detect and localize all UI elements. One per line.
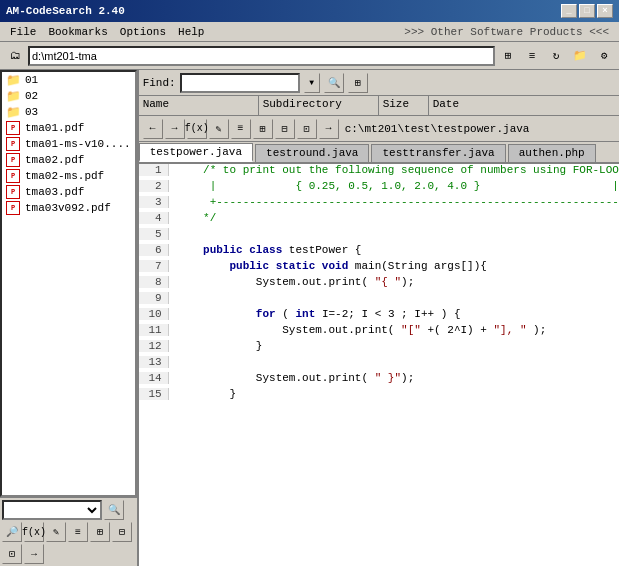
line-number: 6 xyxy=(139,244,169,256)
menu-bookmarks[interactable]: Bookmarks xyxy=(42,24,113,40)
tab-testtransfer[interactable]: testtransfer.java xyxy=(371,144,505,162)
code-editor[interactable]: 1 /* to print out the following sequence… xyxy=(139,164,619,566)
line-number: 13 xyxy=(139,356,169,368)
table-row: 9 xyxy=(139,292,619,308)
col-header-name[interactable]: Name xyxy=(139,96,259,115)
path-list-button[interactable]: ≡ xyxy=(231,119,251,139)
find-options-button[interactable]: ⊞ xyxy=(348,73,368,93)
find-label: Find: xyxy=(143,77,176,89)
line-number: 9 xyxy=(139,292,169,304)
function-button[interactable]: f(x) xyxy=(24,522,44,542)
list-item[interactable]: P tma01.pdf xyxy=(2,120,135,136)
pdf-icon: P xyxy=(6,185,22,199)
code-content: } xyxy=(169,388,236,400)
tab-testpower[interactable]: testpower.java xyxy=(139,143,253,162)
main-area: 📁 01 📁 02 📁 03 P tma01.pdf P tma01-ms-v1… xyxy=(0,70,619,566)
tab-testround[interactable]: testround.java xyxy=(255,144,369,162)
tab-authen[interactable]: authen.php xyxy=(508,144,596,162)
minimize-button[interactable]: _ xyxy=(561,4,577,18)
tab-bar: testpower.java testround.java testtransf… xyxy=(139,142,619,164)
line-number: 12 xyxy=(139,340,169,352)
close-button[interactable]: × xyxy=(597,4,613,18)
list-item[interactable]: 📁 03 xyxy=(2,104,135,120)
find-input[interactable] xyxy=(180,73,300,93)
folder-name: 02 xyxy=(25,90,38,102)
find-dropdown-button[interactable]: ▼ xyxy=(304,73,320,93)
list-item[interactable]: P tma03.pdf xyxy=(2,184,135,200)
left-panel: 📁 01 📁 02 📁 03 P tma01.pdf P tma01-ms-v1… xyxy=(0,70,139,566)
list-item[interactable]: P tma01-ms-v10.... xyxy=(2,136,135,152)
line-number: 2 xyxy=(139,180,169,192)
code-content: System.out.print( "[" +( 2^I) + "], " ); xyxy=(169,324,547,336)
print-button[interactable]: ⊟ xyxy=(112,522,132,542)
grid-view-icon[interactable]: ⊞ xyxy=(497,45,519,67)
find-bar: Find: ▼ 🔍 ⊞ xyxy=(139,70,619,96)
table-row: 2 | { 0.25, 0.5, 1.0, 2.0, 4.0 } | xyxy=(139,180,619,196)
list-item[interactable]: P tma03v092.pdf xyxy=(2,200,135,216)
list-item[interactable]: 📁 02 xyxy=(2,88,135,104)
find-search-button[interactable]: 🔍 xyxy=(324,73,344,93)
path-arrow-button[interactable]: → xyxy=(319,119,339,139)
code-content xyxy=(169,292,184,304)
line-number: 8 xyxy=(139,276,169,288)
pdf-icon: P xyxy=(6,121,22,135)
search-button[interactable]: 🔍 xyxy=(104,500,124,520)
col-header-date[interactable]: Date xyxy=(429,96,619,115)
search-bar: 🔍 🔎 f(x) ✎ ≡ ⊞ ⊟ ⊡ → xyxy=(0,497,137,566)
list-item[interactable]: 📁 01 xyxy=(2,72,135,88)
path-edit-button[interactable]: ✎ xyxy=(209,119,229,139)
window-controls[interactable]: _ □ × xyxy=(561,4,613,18)
right-panel: Find: ▼ 🔍 ⊞ Name Subdirectory Size Date … xyxy=(139,70,619,566)
code-content: } xyxy=(169,340,263,352)
menu-other-products: >>> Other Software Products <<< xyxy=(398,24,615,40)
code-content: +---------------------------------------… xyxy=(169,196,619,208)
menu-file[interactable]: File xyxy=(4,24,42,40)
gear-icon[interactable]: ⚙ xyxy=(593,45,615,67)
path-back-button[interactable]: ← xyxy=(143,119,163,139)
folder-icon: 📁 xyxy=(6,105,22,119)
line-number: 3 xyxy=(139,196,169,208)
table-row: 14 System.out.print( " }"); xyxy=(139,372,619,388)
path-save-button[interactable]: ⊡ xyxy=(297,119,317,139)
maximize-button[interactable]: □ xyxy=(579,4,595,18)
table-row: 3 +-------------------------------------… xyxy=(139,196,619,212)
search-dropdown[interactable] xyxy=(2,500,102,520)
list-button[interactable]: ≡ xyxy=(68,522,88,542)
file-browser[interactable]: 📁 01 📁 02 📁 03 P tma01.pdf P tma01-ms-v1… xyxy=(0,70,137,497)
col-header-subdirectory[interactable]: Subdirectory xyxy=(259,96,379,115)
path-bar-icons: ← → f(x) ✎ ≡ ⊞ ⊟ ⊡ → xyxy=(143,119,339,139)
line-number: 4 xyxy=(139,212,169,224)
menu-bar: File Bookmarks Options Help >>> Other So… xyxy=(0,22,619,42)
table-row: 4 */ xyxy=(139,212,619,228)
menu-help[interactable]: Help xyxy=(172,24,210,40)
folder-icon[interactable]: 📁 xyxy=(569,45,591,67)
list-item[interactable]: P tma02.pdf xyxy=(2,152,135,168)
path-input[interactable] xyxy=(28,46,495,66)
line-number: 10 xyxy=(139,308,169,320)
arrow-button[interactable]: → xyxy=(24,544,44,564)
table-row: 6 public class testPower { xyxy=(139,244,619,260)
list-view-icon[interactable]: ≡ xyxy=(521,45,543,67)
file-name: tma03v092.pdf xyxy=(25,202,111,214)
editor-container: ← → f(x) ✎ ≡ ⊞ ⊟ ⊡ → c:\mt201\test\testp… xyxy=(139,116,619,566)
save-button[interactable]: ⊡ xyxy=(2,544,22,564)
list-item[interactable]: P tma02-ms.pdf xyxy=(2,168,135,184)
refresh-icon[interactable]: ↻ xyxy=(545,45,567,67)
menu-options[interactable]: Options xyxy=(114,24,172,40)
search-plus-button[interactable]: 🔎 xyxy=(2,522,22,542)
path-fn-button[interactable]: f(x) xyxy=(187,119,207,139)
edit-button[interactable]: ✎ xyxy=(46,522,66,542)
file-name: tma03.pdf xyxy=(25,186,84,198)
pdf-icon: P xyxy=(6,201,22,215)
path-copy-button[interactable]: ⊞ xyxy=(253,119,273,139)
col-header-size[interactable]: Size xyxy=(379,96,429,115)
folder-icon: 📁 xyxy=(6,89,22,103)
nav-icon[interactable]: 🗂 xyxy=(4,45,26,67)
code-content: System.out.print( " }"); xyxy=(169,372,415,384)
table-row: 12 } xyxy=(139,340,619,356)
copy-button[interactable]: ⊞ xyxy=(90,522,110,542)
table-row: 1 /* to print out the following sequence… xyxy=(139,164,619,180)
path-fwd-button[interactable]: → xyxy=(165,119,185,139)
path-print-button[interactable]: ⊟ xyxy=(275,119,295,139)
file-name: tma01-ms-v10.... xyxy=(25,138,131,150)
